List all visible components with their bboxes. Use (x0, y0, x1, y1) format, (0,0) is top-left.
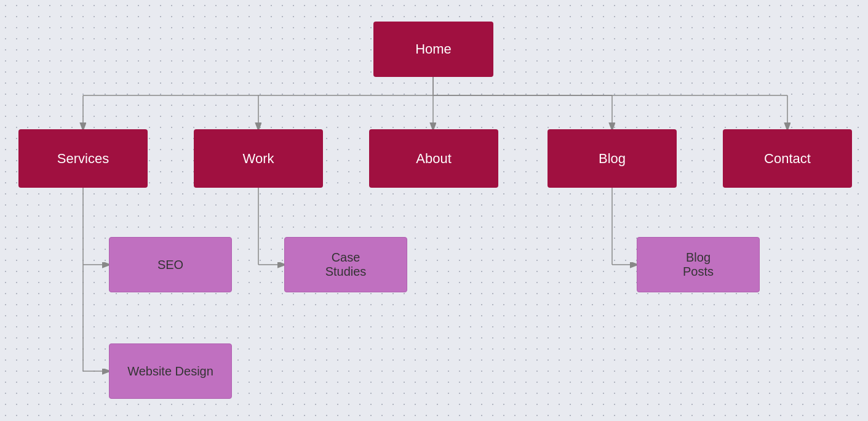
blog-posts-label: Blog Posts (683, 251, 714, 279)
about-label: About (416, 151, 452, 167)
website-design-label: Website Design (127, 364, 213, 379)
home-label: Home (415, 41, 452, 57)
work-node[interactable]: Work (194, 129, 323, 188)
seo-label: SEO (157, 258, 183, 272)
case-studies-label: Case Studies (325, 251, 367, 279)
case-studies-node[interactable]: Case Studies (284, 237, 407, 292)
blog-posts-node[interactable]: Blog Posts (637, 237, 760, 292)
diagram: Home Services Work About Blog Contact SE… (0, 0, 868, 421)
contact-label: Contact (764, 151, 811, 167)
home-node[interactable]: Home (373, 22, 493, 77)
services-node[interactable]: Services (18, 129, 148, 188)
blog-label: Blog (599, 151, 626, 167)
contact-node[interactable]: Contact (723, 129, 852, 188)
website-design-node[interactable]: Website Design (109, 343, 232, 399)
blog-node[interactable]: Blog (547, 129, 677, 188)
seo-node[interactable]: SEO (109, 237, 232, 292)
about-node[interactable]: About (369, 129, 498, 188)
services-label: Services (57, 151, 109, 167)
work-label: Work (243, 151, 274, 167)
